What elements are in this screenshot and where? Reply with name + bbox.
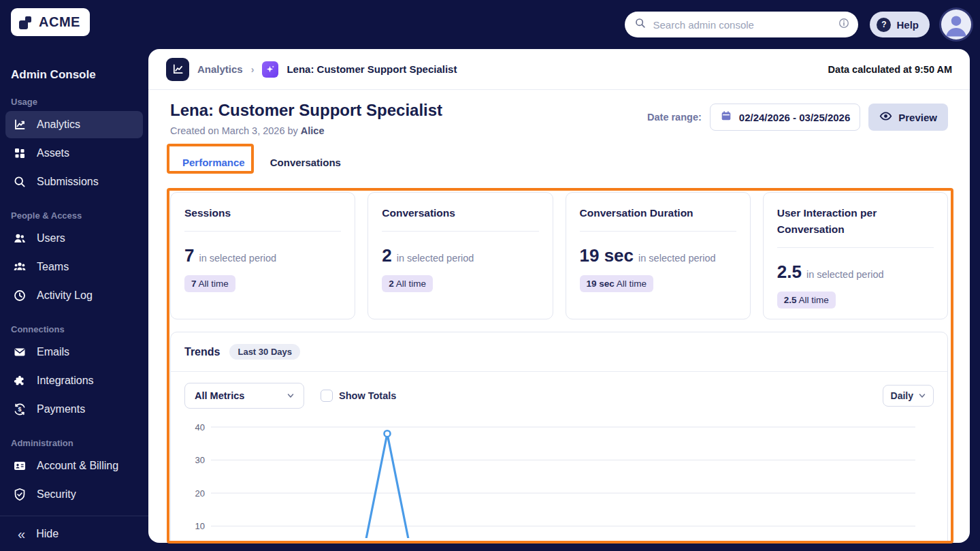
- sidebar-item-analytics[interactable]: Analytics: [5, 111, 143, 138]
- sidebar-item-label: Payments: [37, 403, 85, 415]
- sidebar-item-label: Activity Log: [37, 289, 93, 302]
- search-icon: [634, 17, 647, 32]
- date-range-label: Date range:: [647, 112, 702, 123]
- sidebar-item-security[interactable]: Security: [5, 481, 143, 508]
- chevron-down-icon: [919, 392, 926, 399]
- show-totals-checkbox[interactable]: [321, 390, 333, 402]
- date-range-picker[interactable]: 02/24/2026 - 03/25/2026: [710, 104, 860, 131]
- stat-card-title: User Interaction per Conversation: [777, 205, 934, 248]
- stat-card-title: Conversations: [382, 205, 538, 232]
- teams-icon: [12, 259, 27, 274]
- sidebar-item-activity-log[interactable]: Activity Log: [5, 282, 143, 309]
- line-chart-icon: [12, 117, 27, 132]
- sidebar-item-submissions[interactable]: Submissions: [5, 168, 143, 195]
- svg-text:$: $: [18, 406, 21, 413]
- tab-performance[interactable]: Performance: [182, 157, 245, 168]
- show-totals-label: Show Totals: [339, 390, 396, 401]
- date-range-value: 02/24/2026 - 03/25/2026: [739, 112, 850, 123]
- stat-card-title: Conversation Duration: [580, 205, 736, 232]
- acme-logo[interactable]: ACME: [11, 8, 90, 36]
- topbar: ACME ? Help: [0, 0, 980, 49]
- trend-peak-marker: [385, 430, 391, 437]
- envelope-icon: [12, 345, 27, 360]
- sidebar-title: Admin Console: [0, 68, 148, 82]
- y-tick-20: 20: [195, 488, 205, 499]
- breadcrumb: Analytics › Lena: Customer Support Speci…: [148, 49, 970, 90]
- sidebar-item-label: Users: [37, 232, 65, 245]
- trends-chart: 40 30 20 10: [184, 418, 935, 538]
- hide-sidebar-button[interactable]: « Hide: [0, 516, 148, 551]
- sidebar-item-account-billing[interactable]: Account & Billing: [5, 452, 143, 479]
- sidebar-item-label: Submissions: [37, 176, 99, 188]
- acme-logo-text: ACME: [39, 14, 80, 30]
- section-label-connections: Connections: [0, 324, 148, 334]
- section-label-usage: Usage: [0, 97, 148, 107]
- show-totals-toggle[interactable]: Show Totals: [321, 390, 396, 402]
- puzzle-icon: [12, 373, 27, 388]
- help-button[interactable]: ? Help: [870, 12, 930, 37]
- person-icon: [941, 10, 971, 40]
- stat-period-label: in selected period: [199, 253, 276, 264]
- sidebar-item-label: Assets: [37, 147, 69, 159]
- acme-logo-icon: [18, 14, 34, 31]
- collapse-chevrons-icon: «: [18, 527, 25, 541]
- all-time-badge: 7 All time: [184, 275, 235, 292]
- stat-value: 2.5: [777, 262, 802, 283]
- sidebar-item-assets[interactable]: Assets: [5, 140, 143, 167]
- breadcrumb-analytics-link[interactable]: Analytics: [197, 63, 243, 75]
- preview-label: Preview: [898, 112, 937, 123]
- y-tick-40: 40: [195, 422, 205, 432]
- metrics-filter-select[interactable]: All Metrics: [184, 383, 304, 409]
- dollar-cycle-icon: $: [12, 402, 27, 417]
- sidebar-item-integrations[interactable]: Integrations: [5, 367, 143, 394]
- sidebar-item-payments[interactable]: $ Payments: [5, 396, 143, 423]
- sidebar-item-teams[interactable]: Teams: [5, 253, 143, 281]
- granularity-value: Daily: [891, 390, 913, 401]
- admin-search-bar[interactable]: [625, 12, 858, 37]
- sidebar-item-emails[interactable]: Emails: [5, 339, 143, 366]
- metrics-filter-value: All Metrics: [195, 390, 244, 401]
- clock-icon: [12, 288, 27, 303]
- tab-conversations[interactable]: Conversations: [270, 157, 341, 168]
- question-mark-icon: ?: [877, 18, 891, 32]
- content-panel: Analytics › Lena: Customer Support Speci…: [148, 49, 970, 543]
- breadcrumb-current: Lena: Customer Support Specialist: [287, 63, 457, 75]
- chevron-down-icon: [287, 392, 294, 399]
- stat-card-conversation-duration: Conversation Duration 19 sec in selected…: [566, 192, 751, 319]
- user-avatar[interactable]: [941, 10, 971, 40]
- y-tick-10: 10: [195, 521, 205, 531]
- info-icon[interactable]: [838, 17, 850, 32]
- search-input[interactable]: [653, 19, 832, 31]
- preview-button[interactable]: Preview: [868, 104, 948, 131]
- calendar-icon: [720, 110, 732, 125]
- stat-value: 19 sec: [580, 245, 634, 266]
- sidebar-item-users[interactable]: Users: [5, 225, 143, 252]
- sidebar-item-label: Teams: [37, 261, 69, 273]
- section-label-people-access: People & Access: [0, 210, 148, 221]
- sidebar-item-label: Integrations: [37, 375, 94, 387]
- help-label: Help: [896, 19, 919, 31]
- sidebar: Admin Console Usage Analytics Assets Sub…: [0, 49, 148, 551]
- all-time-badge: 19 sec All time: [580, 275, 654, 292]
- hide-label: Hide: [36, 528, 59, 540]
- last-30-days-badge: Last 30 Days: [229, 344, 300, 360]
- shield-check-icon: [12, 487, 27, 502]
- created-by-author: Alice: [301, 125, 325, 136]
- trends-title: Trends: [184, 346, 220, 358]
- sidebar-item-label: Analytics: [37, 119, 80, 131]
- granularity-select[interactable]: Daily: [883, 385, 934, 407]
- eye-icon: [879, 110, 892, 125]
- data-calculated-status: Data calculated at 9:50 AM: [828, 64, 952, 75]
- analytics-app-icon: [166, 58, 189, 81]
- stat-value: 7: [184, 245, 194, 266]
- sidebar-item-label: Emails: [37, 346, 69, 358]
- trends-chart-area: 40 30 20 10: [171, 409, 947, 538]
- sidebar-item-label: Account & Billing: [37, 460, 118, 472]
- created-meta: Created on March 3, 2026 by Alice: [170, 125, 442, 136]
- chevron-right-icon: ›: [251, 64, 255, 75]
- stat-card-title: Sessions: [184, 205, 341, 232]
- sidebar-item-label: Security: [37, 488, 76, 501]
- ai-sparkle-icon: [262, 61, 278, 78]
- users-icon: [12, 231, 27, 246]
- stat-period-label: in selected period: [638, 253, 716, 264]
